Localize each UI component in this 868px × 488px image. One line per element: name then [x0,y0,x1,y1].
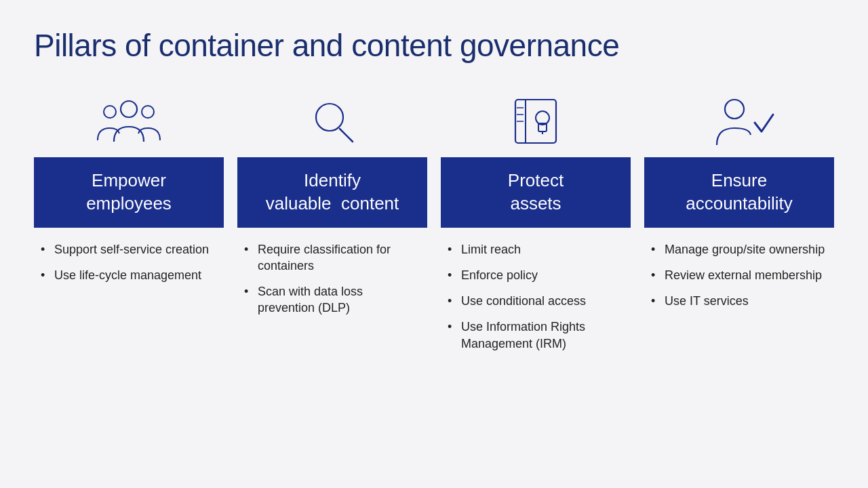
pillar-ensure: Ensureaccountability Manage group/site o… [644,91,834,319]
pillar-protect-header: Protectassets [441,157,631,228]
pillar-identify: Identifyvaluable content Require classif… [237,91,427,326]
svg-point-3 [316,104,343,131]
list-item: Enforce policy [448,267,624,283]
list-item: Scan with data loss prevention (DLP) [244,283,420,317]
list-item: Support self-service creation [41,241,217,258]
pillar-empower-list: Support self-service creation Use life-c… [34,228,224,293]
pillar-ensure-header: Ensureaccountability [644,157,834,228]
svg-point-0 [121,101,137,117]
shield-document-icon [441,91,631,152]
pillar-empower-label: Empoweremployees [86,169,172,216]
list-item: Review external membership [651,267,827,283]
svg-point-13 [725,100,744,119]
page-title: Pillars of container and content governa… [34,27,834,64]
pillars-container: Empoweremployees Support self-service cr… [34,91,834,361]
pillar-protect: Protectassets Limit reach Enforce policy… [441,91,631,361]
list-item: Limit reach [448,241,624,258]
pillar-empower-header: Empoweremployees [34,157,224,228]
pillar-identify-header: Identifyvaluable content [237,157,427,228]
group-people-icon [34,91,224,152]
list-item: Use IT services [651,293,827,309]
pillar-ensure-label: Ensureaccountability [686,169,793,216]
svg-point-1 [104,106,116,118]
svg-point-2 [142,106,154,118]
list-item: Use conditional access [448,293,624,309]
search-icon [237,91,427,152]
list-item: Require classification for containers [244,241,420,274]
pillar-identify-label: Identifyvaluable content [266,169,399,216]
pillar-protect-list: Limit reach Enforce policy Use condition… [441,228,631,361]
pillar-protect-label: Protectassets [508,169,564,216]
pillar-empower: Empoweremployees Support self-service cr… [34,91,224,293]
pillar-identify-list: Require classification for containers Sc… [237,228,427,326]
list-item: Use life-cycle management [41,267,217,283]
list-item: Use Information Rights Management (IRM) [448,319,624,352]
person-check-icon [644,91,834,152]
pillar-ensure-list: Manage group/site ownership Review exter… [644,228,834,319]
svg-line-4 [340,129,353,142]
list-item: Manage group/site ownership [651,241,827,258]
page: Pillars of container and content governa… [0,0,868,488]
